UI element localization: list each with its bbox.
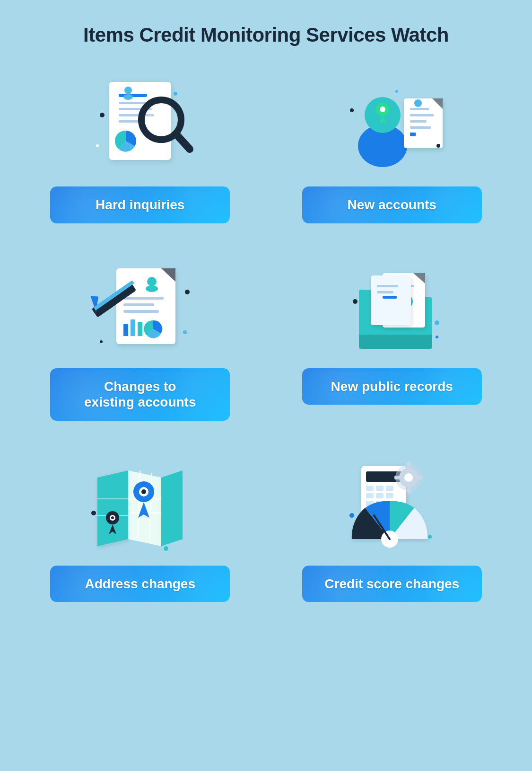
svg-marker-66 [161,470,183,546]
svg-point-63 [436,336,438,338]
label-hard-inquiries: Hard inquiries [50,186,230,223]
card-hard-inquiries: Hard inquiries [28,70,252,223]
svg-point-33 [146,285,158,292]
svg-rect-85 [386,486,393,491]
label-address-changes: Address changes [50,566,230,603]
card-credit-score-changes: Credit score changes [280,449,504,603]
svg-point-62 [435,320,439,325]
svg-point-29 [395,90,398,93]
svg-rect-1 [119,94,147,97]
svg-rect-21 [410,108,429,110]
svg-rect-59 [377,291,393,293]
svg-point-18 [380,106,385,112]
card-new-public-records: New public records [280,252,504,421]
svg-point-45 [183,330,187,334]
svg-rect-84 [376,486,384,491]
svg-point-46 [100,340,103,343]
svg-rect-100 [417,476,423,479]
svg-point-108 [428,535,432,539]
svg-rect-34 [123,297,164,300]
svg-rect-35 [123,303,154,306]
svg-rect-19 [404,98,443,148]
svg-point-96 [404,473,413,482]
svg-point-27 [350,108,354,112]
svg-point-32 [147,277,157,286]
svg-point-6 [124,87,132,94]
svg-rect-26 [410,133,416,136]
svg-point-75 [141,489,146,494]
illustration-changes-existing [78,252,201,361]
svg-rect-83 [366,486,374,491]
svg-point-78 [111,516,114,519]
svg-rect-36 [123,310,159,313]
svg-rect-37 [123,324,128,336]
page-title: Items Credit Monitoring Services Watch [83,24,449,46]
svg-marker-64 [97,470,128,546]
svg-point-107 [349,513,354,518]
svg-point-28 [436,144,440,148]
svg-rect-38 [131,319,135,336]
svg-rect-23 [410,120,427,123]
svg-rect-87 [376,493,384,498]
cards-grid: Hard inquiries [28,70,504,602]
svg-rect-60 [383,296,397,299]
illustration-new-accounts [331,70,454,179]
svg-rect-88 [386,493,393,498]
svg-rect-99 [394,476,400,479]
illustration-hard-inquiries [78,70,201,179]
svg-point-80 [164,546,168,551]
svg-point-13 [174,92,177,96]
illustration-address-changes [78,449,201,558]
svg-rect-58 [377,285,398,287]
svg-line-11 [176,134,190,149]
svg-point-61 [353,299,358,304]
svg-point-12 [100,113,105,117]
label-changes-existing-accounts: Changes to existing accounts [50,368,230,421]
label-new-accounts: New accounts [302,186,482,223]
svg-point-14 [96,144,99,147]
svg-rect-22 [410,114,434,116]
svg-point-7 [123,94,133,100]
illustration-credit-score-changes [331,449,454,558]
svg-rect-39 [138,322,142,336]
card-changes-existing-accounts: Changes to existing accounts [28,252,252,421]
svg-point-44 [185,290,190,294]
card-address-changes: Address changes [28,449,252,603]
card-new-accounts: New accounts [280,70,504,223]
svg-rect-57 [371,275,411,325]
svg-rect-24 [410,126,431,129]
svg-point-25 [414,99,422,107]
illustration-new-public-records [331,252,454,361]
svg-rect-86 [366,493,374,498]
label-new-public-records: New public records [302,368,482,405]
svg-rect-49 [359,335,432,349]
svg-point-10 [145,104,177,136]
label-credit-score-changes: Credit score changes [302,566,482,603]
svg-point-79 [91,511,96,515]
